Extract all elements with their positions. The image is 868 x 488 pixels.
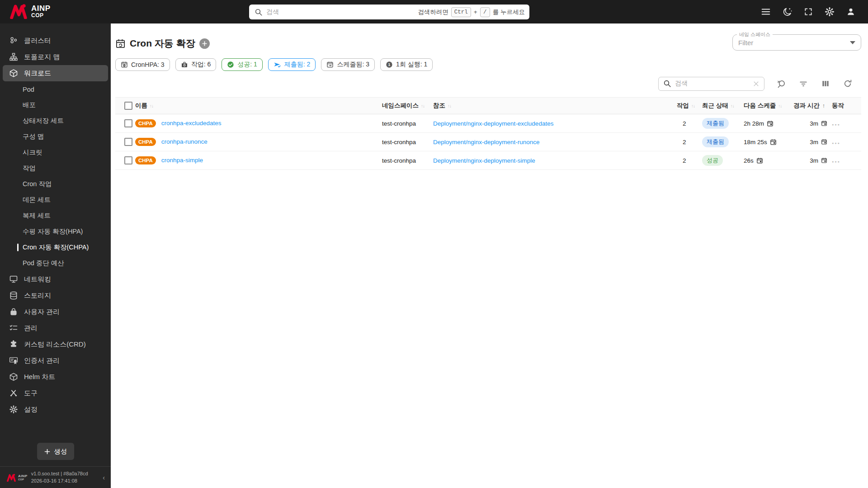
reference-link[interactable]: Deployment/nginx-deployment-excludedates [433,120,553,127]
chip-scheduled-count[interactable]: 스케줄됨: 3 [321,58,375,71]
sidebar-item-label: 클러스터 [24,37,51,45]
sidebar-item-helm-charts[interactable]: Helm 차트 [0,369,111,385]
sidebar-item-chpa-active[interactable]: Cron 자동 확장(CHPA) [0,239,111,255]
next-schedule-value: 18m 25s [744,139,767,145]
gear-icon[interactable] [824,6,835,17]
menu-icon[interactable] [760,6,771,17]
sidebar-collapse-icon[interactable]: ‹ [101,474,106,481]
sidebar-item-pod-disruption-budget[interactable]: Pod 중단 예산 [0,255,111,271]
sidebar-item-secrets[interactable]: 시크릿 [0,145,111,160]
next-schedule-value: 26s [744,157,754,164]
plus-icon [202,41,208,47]
app-logo[interactable]: AINP COP [10,4,51,19]
column-header-reference[interactable]: 참조↑↓ [433,98,674,114]
column-header-name[interactable]: 이름↑↓ [135,98,382,114]
sidebar-item-statefulsets[interactable]: 상태저장 세트 [0,113,111,129]
sidebar-item-jobs[interactable]: 작업 [0,160,111,176]
row-actions-menu-icon[interactable]: ●●● [832,160,840,163]
create-button[interactable]: 생성 [37,443,74,460]
sidebar-item-certificates[interactable]: 인증서 관리 [0,352,111,369]
account-icon[interactable] [845,6,856,17]
chip-cronhpa-count[interactable]: CronHPA: 3 [115,58,170,71]
clear-search-icon[interactable] [753,80,760,87]
sidebar-item-cronjobs[interactable]: Cron 작업 [0,176,111,192]
sidebar-item-workloads[interactable]: 워크로드 [3,65,108,81]
row-actions-menu-icon[interactable]: ●●● [832,123,840,126]
sidebar-item-label: 관리 [24,324,38,333]
networking-icon [9,275,18,284]
sidebar-item-settings[interactable]: 설정 [0,401,111,418]
workloads-icon [9,69,18,78]
column-header-actions: 동작 [832,98,861,114]
filter-icon[interactable] [798,78,809,89]
sidebar-item-replicasets[interactable]: 복제 세트 [0,208,111,224]
fullscreen-icon[interactable] [803,6,814,17]
select-all-checkbox[interactable] [124,102,132,110]
calendar-clock-icon [121,61,128,68]
calendar-clock-icon [821,139,827,145]
table-row: CHPAcronhpa-runonce test-cronhpa Deploym… [115,133,861,151]
columns-icon[interactable] [820,78,831,89]
table-search-input[interactable]: 검색 [658,77,764,91]
chip-success-count[interactable]: 성공: 1 [222,58,263,71]
sidebar-item-hpa[interactable]: 수평 자동 확장(HPA) [0,224,111,239]
main-content: Cron 자동 확장 네임 스페이스 Filter CronHPA: 3 [111,23,868,488]
column-header-next-schedule[interactable]: 다음 스케줄↑↓ [744,98,793,114]
sidebar-item-daemonsets[interactable]: 데몬 세트 [0,192,111,208]
advanced-search-icon[interactable] [776,78,787,89]
refresh-icon[interactable] [842,78,853,89]
sidebar-item-pod[interactable]: Pod [0,81,111,97]
page-title: Cron 자동 확장 [130,37,195,50]
elapsed-value: 3m [810,139,818,145]
calendar-icon [756,157,763,164]
puzzle-icon [9,340,18,349]
sidebar-item-label: 인증서 관리 [24,357,60,365]
column-header-status[interactable]: 최근 상태↑↓ [702,98,744,114]
sidebar-item-user-management[interactable]: 사용자 관리 [0,304,111,320]
checklist-icon [9,324,18,333]
summary-chips: CronHPA: 3 작업: 6 성공: 1 제출됨: 2 [115,58,861,71]
status-badge: 제출됨 [702,118,729,129]
sidebar-item-configmaps[interactable]: 구성 맵 [0,129,111,145]
chip-submitted-count[interactable]: 제출됨: 2 [268,58,316,71]
calendar-icon [767,120,774,127]
tools-icon [9,389,18,398]
row-checkbox[interactable] [124,119,132,127]
reference-link[interactable]: Deployment/nginx-deployment-runonce [433,139,540,145]
sidebar-item-networking[interactable]: 네트워킹 [0,271,111,287]
dark-mode-icon[interactable] [782,6,793,17]
status-badge: 성공 [702,155,723,166]
row-actions-menu-icon[interactable]: ●●● [832,141,840,145]
add-cronhpa-button[interactable] [199,38,210,49]
sidebar-item-custom-resources[interactable]: 커스텀 리소스(CRD) [0,336,111,352]
column-header-namespace[interactable]: 네임스페이스↑↓ [382,98,433,114]
column-header-jobs[interactable]: 작업↑↓ [674,98,702,114]
status-badge: 제출됨 [702,136,729,147]
sidebar-item-tools[interactable]: 도구 [0,385,111,401]
sidebar-item-storage[interactable]: 스토리지 [0,287,111,304]
row-checkbox[interactable] [124,156,132,164]
elapsed-value: 3m [810,157,818,164]
sidebar-item-cluster[interactable]: 클러스터 [0,33,111,49]
sidebar-item-topology-map[interactable]: 토폴로지 맵 [0,49,111,65]
global-search-placeholder: 검색 [266,8,414,16]
cronhpa-name-link[interactable]: cronhpa-simple [161,157,203,164]
cron-autoscale-icon [115,38,126,49]
chip-run-once-count[interactable]: 1 1회 실행: 1 [380,58,433,71]
sidebar-item-deployments[interactable]: 배포 [0,97,111,113]
version-info: v1.0.soo.test | #8a0a78cd 2026-03-16 17:… [31,470,98,485]
row-checkbox[interactable] [124,138,132,146]
reference-link[interactable]: Deployment/nginx-deployment-simple [433,157,535,164]
cronhpa-name-link[interactable]: cronhpa-runonce [161,138,208,145]
table-header-row: 이름↑↓ 네임스페이스↑↓ 참조↑↓ 작업↑↓ 최근 상태↑↓ 다음 스케줄↑↓… [115,98,861,114]
sidebar-item-management[interactable]: 관리 [0,320,111,336]
namespace-filter-select[interactable]: 네임 스페이스 Filter [732,34,861,51]
global-search-input[interactable]: 검색 검색하려면 Ctrl + / 를 누르세요 [249,5,529,19]
cronhpa-name-link[interactable]: cronhpa-excludedates [161,120,222,127]
search-shortcut-hint: 검색하려면 Ctrl + / 를 누르세요 [418,7,525,17]
plus-icon [44,448,51,455]
chip-jobs-count[interactable]: 작업: 6 [175,58,217,71]
sidebar: 클러스터 토폴로지 맵 워크로드 Pod 배포 상태저장 세트 구성 맵 시크 [0,23,111,488]
check-circle-icon [227,61,234,68]
column-header-elapsed[interactable]: 경과 시간↑ [793,98,832,114]
